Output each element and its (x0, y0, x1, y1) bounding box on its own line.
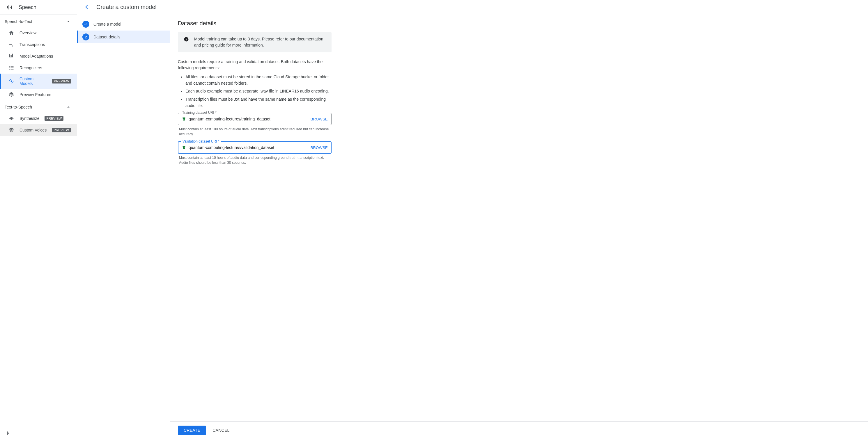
chevron-up-icon (66, 19, 71, 24)
detail-footer: CREATE CANCEL (170, 421, 868, 439)
layers-icon (8, 92, 14, 97)
section-title-label: Speech-to-Text (5, 19, 32, 24)
section-text-to-speech[interactable]: Text-to-Speech (0, 100, 77, 112)
detail-column: Dataset details Model training can take … (170, 14, 868, 439)
nav-model-adaptations[interactable]: Model Adaptations (0, 50, 77, 62)
detail-body: Dataset details Model training can take … (170, 14, 339, 421)
step-dataset-details[interactable]: 2 Dataset details (77, 31, 170, 43)
info-banner-text: Model training can take up to 3 days. Pl… (194, 36, 326, 48)
layers-icon (8, 127, 14, 133)
intro-text: Custom models require a training and val… (178, 59, 332, 71)
svg-rect-10 (186, 39, 187, 40)
home-icon (8, 30, 14, 36)
nav-transcriptions[interactable]: Transcriptions (0, 39, 77, 50)
nav-label: Transcriptions (20, 42, 45, 47)
svg-rect-1 (8, 5, 9, 10)
step-label: Create a model (93, 22, 121, 27)
nav-custom-voices[interactable]: Custom Voices PREVIEW (0, 124, 77, 136)
requirement-item: Each audio example must be a separate .w… (185, 88, 332, 95)
sidebar-header: Speech (0, 0, 77, 15)
training-dataset-input[interactable] (189, 117, 308, 121)
nav-custom-models[interactable]: Custom Models PREVIEW (0, 74, 77, 89)
validation-dataset-field[interactable]: Validation dataset URI * BROWSE (178, 141, 332, 154)
sidebar-footer (0, 427, 77, 439)
page-title: Create a custom model (96, 4, 157, 10)
svg-rect-7 (9, 58, 13, 58)
requirements-list: All files for a dataset must be stored i… (178, 74, 332, 109)
field-label: Training dataset URI * (181, 110, 218, 114)
field-label: Validation dataset URI * (181, 139, 221, 143)
info-icon (184, 37, 189, 42)
svg-rect-5 (11, 55, 12, 57)
tune-icon (8, 42, 14, 47)
section-speech-to-text[interactable]: Speech-to-Text (0, 15, 77, 27)
info-banner: Model training can take up to 3 days. Pl… (178, 32, 332, 53)
sidebar: Speech Speech-to-Text Overview Transcrip… (0, 0, 77, 439)
nav-preview-features[interactable]: Preview Features (0, 89, 77, 100)
speech-logo-icon (6, 4, 14, 10)
nav-label: Model Adaptations (20, 54, 53, 59)
svg-rect-4 (9, 54, 10, 57)
svg-rect-11 (186, 38, 187, 39)
nav-label: Synthesize (20, 116, 39, 121)
nav-label: Recognizers (20, 65, 42, 70)
bucket-icon (182, 117, 186, 121)
validation-dataset-input[interactable] (189, 145, 308, 150)
training-helper-text: Must contain at least 100 hours of audio… (179, 127, 330, 137)
main: Create a custom model Create a model 2 D… (77, 0, 868, 439)
bucket-icon (182, 145, 186, 150)
browse-training-button[interactable]: BROWSE (308, 117, 328, 121)
step-create-model[interactable]: Create a model (77, 18, 170, 31)
preview-badge: PREVIEW (44, 116, 63, 121)
svg-point-8 (11, 80, 12, 82)
browse-validation-button[interactable]: BROWSE (308, 145, 328, 150)
nav-label: Custom Voices (20, 128, 46, 132)
requirement-item: All files for a dataset must be stored i… (185, 74, 332, 87)
nav-overview[interactable]: Overview (0, 27, 77, 39)
product-name: Speech (19, 4, 36, 10)
section-title-label: Text-to-Speech (5, 105, 32, 109)
check-icon (82, 21, 89, 28)
svg-rect-3 (11, 6, 12, 9)
content: Create a model 2 Dataset details Dataset… (77, 14, 868, 439)
nav-synthesize[interactable]: Synthesize PREVIEW (0, 112, 77, 124)
collapse-sidebar-icon[interactable] (6, 430, 12, 436)
stepper: Create a model 2 Dataset details (77, 14, 170, 439)
adapt-icon (8, 53, 14, 59)
wave-icon (8, 115, 14, 121)
back-arrow-icon[interactable] (84, 3, 91, 10)
preview-badge: PREVIEW (52, 79, 71, 83)
topbar: Create a custom model (77, 0, 868, 14)
preview-badge: PREVIEW (52, 128, 71, 132)
svg-rect-0 (7, 6, 8, 8)
requirement-item: Transcription files must be .txt and hav… (185, 96, 332, 109)
validation-helper-text: Must contain at least 10 hours of audio … (179, 155, 330, 165)
app-root: Speech Speech-to-Text Overview Transcrip… (0, 0, 868, 439)
svg-rect-2 (10, 7, 10, 8)
training-dataset-field[interactable]: Training dataset URI * BROWSE (178, 113, 332, 125)
model-icon (8, 78, 14, 84)
detail-title: Dataset details (178, 20, 332, 27)
cancel-button[interactable]: CANCEL (213, 428, 229, 433)
nav-label: Custom Models (20, 76, 47, 86)
nav-label: Overview (20, 31, 36, 35)
svg-rect-6 (12, 54, 13, 57)
step-label: Dataset details (93, 35, 121, 39)
nav-recognizers[interactable]: Recognizers (0, 62, 77, 74)
list-icon (8, 65, 14, 71)
nav-label: Preview Features (20, 92, 51, 97)
create-button[interactable]: CREATE (178, 426, 206, 435)
step-number: 2 (82, 33, 89, 40)
chevron-up-icon (66, 104, 71, 110)
